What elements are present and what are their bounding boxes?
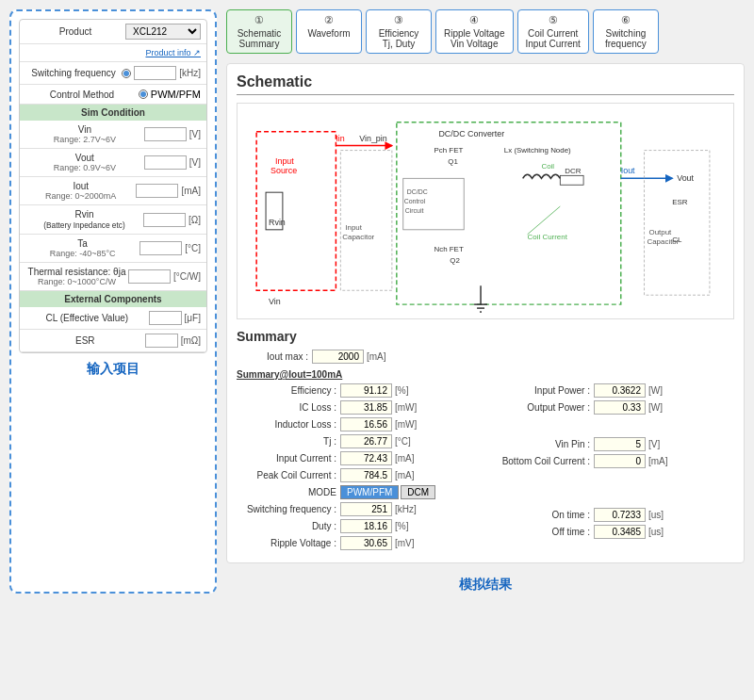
summary-tj-row: Tj : 26.77 [°C]: [237, 434, 471, 448]
tab-efficiency[interactable]: ③ EfficiencyTj, Duty: [366, 9, 432, 54]
iout-row: Iout Range: 0~2000mA 100 [mA]: [20, 177, 206, 205]
offtime-value: 0.3485: [594, 525, 646, 539]
svg-text:Input: Input: [275, 156, 294, 166]
vin-range: Range: 2.7V~6V: [25, 135, 144, 144]
thermal-row: Thermal resistance: θja Range: 0~1000°C/…: [20, 263, 206, 291]
svg-text:Q2: Q2: [450, 256, 460, 265]
cl-input[interactable]: 11: [149, 311, 182, 325]
svg-line-35: [528, 206, 561, 235]
icloss-unit: [mW]: [395, 402, 417, 413]
vout-range: Range: 0.9V~6V: [25, 163, 144, 172]
product-info-link[interactable]: Product info ↗: [145, 48, 201, 57]
mode-row: MODE PWM/PFM DCM: [237, 485, 471, 499]
efficiency-unit: [%]: [395, 385, 408, 396]
right-panel: ① SchematicSummary ② Waveform ③ Efficien…: [226, 9, 745, 594]
mode-label: MODE: [237, 487, 340, 497]
ta-range: Range: -40~85°C: [25, 249, 139, 258]
svg-text:Control: Control: [404, 198, 426, 204]
peakcoil-label: Peak Coil Current :: [237, 470, 340, 480]
svg-text:Output: Output: [648, 228, 672, 236]
bottomcoil-value: 0: [594, 454, 646, 468]
vinpin-row: Vin Pin : 5 [V]: [500, 437, 734, 451]
esr-label: ESR: [25, 335, 145, 346]
tj-value: 26.77: [340, 434, 392, 448]
summary-title: Summary: [237, 329, 734, 344]
cl-unit: [μF]: [185, 313, 201, 323]
product-info-row: Product info ↗: [20, 44, 206, 62]
svg-text:Nch FET: Nch FET: [434, 245, 463, 253]
switching-freq-label: Switching frequency: [25, 68, 122, 78]
tab-waveform[interactable]: ② Waveform: [296, 9, 362, 54]
ext-comp-header: External Components: [20, 291, 206, 307]
rvin-input[interactable]: 0: [143, 213, 186, 227]
inputpower-label: Input Power :: [500, 385, 594, 396]
svg-text:DC/DC: DC/DC: [407, 188, 428, 195]
inputcurrent-unit: [mA]: [395, 453, 415, 464]
swfreq-value: 251: [340, 502, 392, 516]
svg-rect-27: [645, 151, 710, 296]
product-row: Product XCL212: [20, 20, 206, 44]
summary-col-pair: Efficiency : 91.12 [%] IC Loss : 31.85 […: [237, 383, 734, 553]
esr-unit: [mΩ]: [181, 335, 201, 346]
ontime-unit: [us]: [648, 510, 664, 520]
vinpin-label: Vin Pin :: [500, 439, 594, 449]
vout-input[interactable]: 3.3: [144, 155, 187, 170]
outputpower-unit: [W]: [648, 402, 663, 413]
switching-freq-radio[interactable]: [122, 69, 131, 78]
mode-dcm-button[interactable]: DCM: [401, 485, 435, 499]
peakcoil-unit: [mA]: [395, 470, 415, 480]
esr-input[interactable]: 2.27: [145, 334, 178, 348]
summary-section: Summary Iout max : 2000 [mA] Summary@Iou…: [237, 329, 734, 553]
mode-pwm-pfm-button[interactable]: PWM/PFM: [340, 485, 399, 499]
vin-input[interactable]: 5: [144, 127, 187, 141]
tabs-row: ① SchematicSummary ② Waveform ③ Efficien…: [226, 9, 745, 57]
ripple-unit: [mV]: [395, 538, 415, 548]
iout-max-unit: [mA]: [367, 351, 386, 362]
product-select[interactable]: XCL212: [125, 24, 201, 40]
switching-freq-input[interactable]: 2400: [134, 66, 176, 80]
control-method-radio[interactable]: [139, 90, 148, 99]
svg-text:DC/DC Converter: DC/DC Converter: [438, 129, 504, 138]
indloss-label: Inductor Loss :: [237, 419, 340, 430]
thermal-input[interactable]: 55.56: [128, 269, 171, 284]
vout-row: Vout Range: 0.9V~6V 3.3 [V]: [20, 149, 206, 177]
svg-text:Iin: Iin: [336, 134, 344, 143]
tj-unit: [°C]: [395, 436, 411, 447]
svg-text:Q1: Q1: [448, 157, 458, 166]
svg-text:Vin_pin: Vin_pin: [359, 134, 387, 143]
ta-unit: [°C]: [185, 243, 201, 253]
left-footer-label: 输入项目: [19, 361, 207, 378]
icloss-label: IC Loss :: [237, 402, 340, 413]
tab-switching-freq[interactable]: ⑥ Switchingfrequency: [593, 9, 659, 54]
tab-ripple-voltage[interactable]: ④ Ripple VoltageVin Voltage: [435, 9, 514, 54]
vinpin-unit: [V]: [648, 439, 660, 449]
tab-schematic-summary[interactable]: ① SchematicSummary: [226, 9, 292, 54]
duty-unit: [%]: [395, 521, 408, 531]
svg-text:Input: Input: [345, 223, 362, 232]
control-method-value: PWM/PFM: [151, 89, 201, 100]
inputpower-value: 0.3622: [594, 383, 646, 398]
svg-rect-9: [340, 151, 392, 291]
ripple-label: Ripple Voltage :: [237, 538, 340, 548]
left-panel: Product XCL212 Product info ↗ Switchin: [9, 9, 217, 594]
summary-efficiency-row: Efficiency : 91.12 [%]: [237, 383, 471, 398]
sim-condition-header: Sim Condition: [20, 105, 206, 121]
inputcurrent-label: Input Current :: [237, 453, 340, 464]
control-method-row: Control Method PWM/PFM: [20, 85, 206, 105]
iout-input[interactable]: 100: [136, 184, 178, 198]
schematic-title: Schematic: [237, 73, 734, 95]
summary-inputcurrent-row: Input Current : 72.43 [mA]: [237, 451, 471, 465]
spacer-row-2: [500, 471, 734, 505]
schematic-diagram: Input Source Iin Vin_pin Rvin Vin: [237, 103, 734, 319]
svg-text:Coil: Coil: [541, 162, 554, 171]
cl-label: CL (Effective Value): [25, 313, 149, 323]
ta-input[interactable]: 25: [139, 241, 182, 255]
swfreq-unit: [kHz]: [395, 504, 417, 514]
vin-row: Vin Range: 2.7V~6V 5 [V]: [20, 121, 206, 149]
svg-text:Iout: Iout: [621, 166, 635, 175]
svg-text:Vout: Vout: [677, 173, 694, 183]
tab-coil-current[interactable]: ⑤ Coil CurrentInput Current: [517, 9, 589, 54]
inputcurrent-value: 72.43: [340, 451, 392, 465]
indloss-unit: [mW]: [395, 419, 417, 430]
svg-text:Source: Source: [270, 166, 297, 175]
